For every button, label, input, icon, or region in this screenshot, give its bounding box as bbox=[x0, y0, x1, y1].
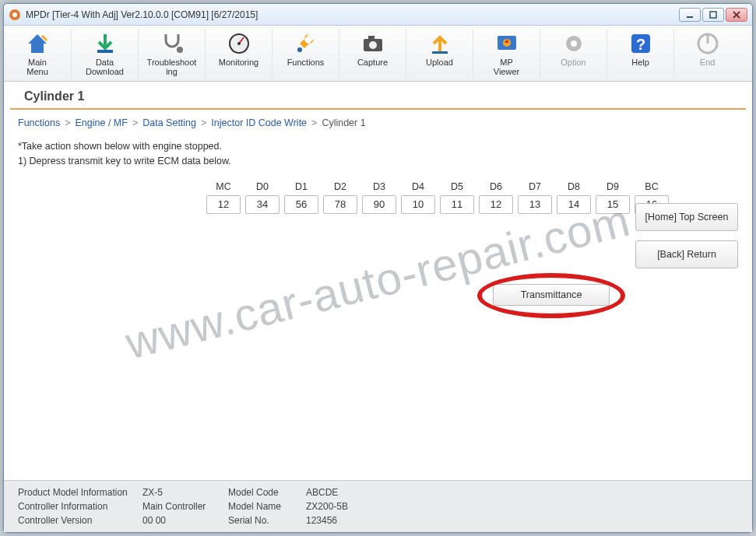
svg-rect-15 bbox=[432, 51, 448, 54]
breadcrumb-item[interactable]: Engine / MF bbox=[76, 117, 128, 128]
instruction-line: *Take action shown below with engine sto… bbox=[18, 139, 738, 154]
data-column: D511 bbox=[440, 181, 474, 214]
page-title: Cylinder 1 bbox=[10, 82, 746, 110]
column-header: D7 bbox=[518, 181, 552, 192]
stethoscope-icon bbox=[139, 30, 205, 57]
footer-label: Controller Information bbox=[18, 501, 142, 512]
viewer-icon bbox=[473, 30, 540, 57]
svg-rect-6 bbox=[97, 50, 113, 53]
footer-value: Main Controller bbox=[142, 501, 228, 512]
toolbar-stethoscope[interactable]: Troubleshooting bbox=[138, 29, 205, 78]
toolbar-label: Monitoring bbox=[206, 58, 272, 67]
home-icon bbox=[4, 30, 71, 57]
column-header: MC bbox=[206, 181, 241, 192]
camera-icon bbox=[339, 30, 406, 57]
window-controls bbox=[679, 8, 747, 22]
toolbar-camera[interactable]: Capture bbox=[339, 29, 406, 78]
toolbar-viewer[interactable]: MP Viewer bbox=[473, 29, 540, 78]
minimize-button[interactable] bbox=[679, 8, 701, 22]
data-column: D390 bbox=[362, 181, 396, 214]
column-header: BC bbox=[635, 181, 669, 192]
data-column: D814 bbox=[557, 181, 591, 214]
footer-value: ZX-5 bbox=[142, 487, 228, 498]
footer-value: ABCDE bbox=[306, 487, 738, 498]
footer-label: Controller Version bbox=[18, 515, 142, 526]
toolbar-label: MP Viewer bbox=[473, 58, 540, 76]
toolbar-label: Upload bbox=[406, 58, 473, 67]
column-value[interactable]: 14 bbox=[557, 195, 591, 214]
back-return-button[interactable]: [Back] Return bbox=[635, 240, 738, 268]
toolbar-label: Troubleshooting bbox=[139, 58, 205, 76]
toolbar-label: End bbox=[674, 58, 740, 67]
column-value[interactable]: 12 bbox=[206, 195, 241, 214]
content-area: Cylinder 1 Functions>Engine / MF>Data Se… bbox=[4, 82, 752, 480]
breadcrumb: Functions>Engine / MF>Data Setting>Injec… bbox=[4, 110, 752, 139]
gear-icon bbox=[540, 30, 607, 57]
transmittance-button[interactable]: Transmittance bbox=[493, 284, 610, 306]
gauge-icon bbox=[206, 30, 272, 57]
breadcrumb-item[interactable]: Data Setting bbox=[142, 117, 196, 128]
close-button[interactable] bbox=[726, 8, 747, 22]
column-value[interactable]: 13 bbox=[518, 195, 552, 214]
side-buttons: [Home] Top Screen [Back] Return bbox=[635, 203, 738, 268]
data-column: D410 bbox=[401, 181, 435, 214]
toolbar-label: Functions bbox=[273, 58, 339, 67]
column-value[interactable]: 11 bbox=[440, 195, 474, 214]
data-column: D612 bbox=[479, 181, 513, 214]
svg-rect-14 bbox=[368, 36, 374, 40]
app-icon bbox=[9, 9, 21, 21]
toolbar-wrench[interactable]: Functions bbox=[272, 29, 339, 78]
home-top-screen-button[interactable]: [Home] Top Screen bbox=[635, 203, 738, 231]
breadcrumb-item[interactable]: Injector ID Code Write bbox=[211, 117, 307, 128]
column-value[interactable]: 10 bbox=[401, 195, 435, 214]
footer-label: Model Code bbox=[228, 487, 306, 498]
footer-label: Product Model Information bbox=[18, 487, 142, 498]
data-column: D713 bbox=[518, 181, 552, 214]
toolbar-power[interactable]: End bbox=[673, 29, 740, 78]
column-value[interactable]: 90 bbox=[362, 195, 396, 214]
breadcrumb-item[interactable]: Functions bbox=[18, 117, 60, 128]
data-column: D034 bbox=[245, 181, 280, 214]
column-header: D9 bbox=[596, 181, 630, 192]
column-value[interactable]: 12 bbox=[479, 195, 513, 214]
column-value[interactable]: 15 bbox=[596, 195, 630, 214]
data-column: D278 bbox=[323, 181, 357, 214]
wrench-icon bbox=[273, 30, 339, 57]
column-value[interactable]: 56 bbox=[284, 195, 318, 214]
app-window: MPDr [Tier-4 With Adj] Ver2.10.0.0 [COM9… bbox=[3, 3, 753, 533]
instruction-line: 1) Depress transmit key to write ECM dat… bbox=[18, 154, 738, 169]
toolbar-home[interactable]: Main Menu bbox=[4, 29, 71, 78]
footer-label: Model Name bbox=[228, 501, 306, 512]
svg-point-13 bbox=[369, 41, 377, 49]
column-header: D4 bbox=[401, 181, 435, 192]
column-header: D8 bbox=[557, 181, 591, 192]
toolbar-label: Help bbox=[607, 58, 673, 67]
toolbar-upload[interactable]: Upload bbox=[406, 29, 473, 78]
toolbar-download[interactable]: DataDownload bbox=[71, 29, 138, 78]
toolbar-gear[interactable]: Option bbox=[540, 29, 607, 78]
titlebar: MPDr [Tier-4 With Adj] Ver2.10.0.0 [COM9… bbox=[4, 4, 752, 26]
power-icon bbox=[674, 30, 740, 57]
svg-point-7 bbox=[177, 47, 183, 53]
svg-rect-3 bbox=[710, 12, 716, 18]
svg-point-11 bbox=[297, 47, 302, 52]
breadcrumb-item: Cylinder 1 bbox=[322, 117, 365, 128]
column-value[interactable]: 78 bbox=[323, 195, 357, 214]
data-column: D156 bbox=[284, 181, 318, 214]
toolbar: Main MenuDataDownloadTroubleshootingMoni… bbox=[4, 26, 752, 82]
maximize-button[interactable] bbox=[702, 8, 724, 22]
upload-icon bbox=[406, 30, 473, 57]
toolbar-help[interactable]: ?Help bbox=[607, 29, 673, 78]
column-value[interactable]: 34 bbox=[245, 195, 280, 214]
toolbar-label: Capture bbox=[339, 58, 406, 67]
download-icon bbox=[72, 30, 138, 57]
footer: Product Model InformationZX-5Model CodeA… bbox=[4, 480, 752, 532]
toolbar-label: Option bbox=[540, 58, 607, 67]
instructions: *Take action shown below with engine sto… bbox=[4, 139, 752, 173]
footer-label: Serial No. bbox=[228, 515, 306, 526]
column-header: D0 bbox=[245, 181, 280, 192]
toolbar-gauge[interactable]: Monitoring bbox=[205, 29, 272, 78]
column-header: D2 bbox=[323, 181, 357, 192]
svg-text:?: ? bbox=[635, 36, 645, 53]
help-icon: ? bbox=[607, 30, 673, 57]
